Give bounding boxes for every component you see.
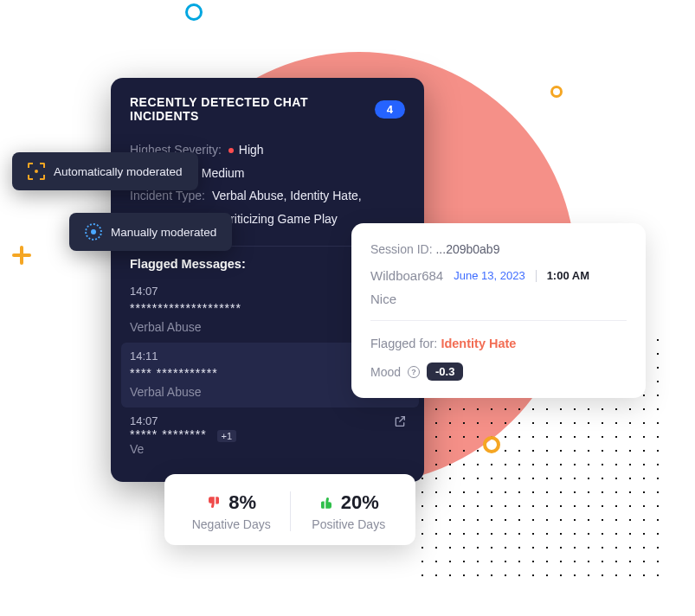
incident-type-value: Verbal Abuse, Identity Hate, bbox=[212, 184, 362, 208]
flagged-for-reason: Identity Hate bbox=[441, 337, 516, 350]
flagged-for-label: Flagged for: bbox=[370, 337, 437, 350]
plus-icon bbox=[12, 246, 31, 265]
incidents-title: RECENTLY DETECTED CHAT INCIDENTS bbox=[130, 95, 375, 123]
open-external-icon[interactable] bbox=[393, 414, 407, 428]
divider-vertical bbox=[536, 270, 537, 282]
incidents-header: RECENTLY DETECTED CHAT INCIDENTS 4 bbox=[111, 78, 424, 135]
positive-days-percent: 20% bbox=[341, 491, 379, 514]
chip-label: Automatically moderated bbox=[54, 165, 183, 178]
mood-row: Mood ? -0.3 bbox=[370, 363, 627, 381]
message-tag: Ve bbox=[130, 442, 403, 456]
chip-auto-moderated[interactable]: Automatically moderated bbox=[12, 152, 198, 190]
message-body: ***** ******** bbox=[130, 427, 207, 441]
more-count-badge: +1 bbox=[217, 430, 237, 442]
decorative-ring-blue bbox=[185, 3, 203, 21]
session-id-row: Session ID: ...209b0ab9 bbox=[370, 242, 627, 256]
incident-type-value-2: Criticizing Game Play bbox=[222, 208, 338, 231]
target-icon bbox=[85, 223, 102, 241]
negative-days-label: Negative Days bbox=[173, 517, 290, 531]
chip-label: Manually moderated bbox=[111, 226, 216, 239]
divider bbox=[370, 320, 627, 321]
mood-value-pill: -0.3 bbox=[427, 363, 463, 381]
incident-count-badge: 4 bbox=[375, 100, 405, 119]
session-id-label: Session ID: bbox=[370, 242, 433, 256]
help-icon[interactable]: ? bbox=[408, 366, 420, 378]
severity-dot-icon bbox=[228, 148, 234, 153]
session-user-row: Wildboar684 June 13, 2023 1:00 AM bbox=[370, 268, 627, 283]
session-id-value: ...209b0ab9 bbox=[435, 242, 499, 256]
days-stats-card: 8% Negative Days 20% Positive Days bbox=[164, 474, 415, 545]
flagged-message[interactable]: 14:07 ***** ******** +1 Ve bbox=[130, 407, 415, 464]
session-username: Wildboar684 bbox=[370, 268, 443, 283]
session-message: Nice bbox=[370, 292, 627, 306]
session-time: 1:00 AM bbox=[547, 269, 589, 282]
positive-days-label: Positive Days bbox=[291, 517, 408, 531]
thumbs-down-icon bbox=[206, 495, 222, 510]
negative-days-percent: 8% bbox=[228, 491, 256, 514]
thumbs-up-icon bbox=[319, 495, 334, 510]
severity-value: High bbox=[228, 138, 264, 162]
flagged-for-row: Flagged for: Identity Hate bbox=[370, 337, 627, 350]
session-card: Session ID: ...209b0ab9 Wildboar684 June… bbox=[351, 223, 646, 398]
scan-frame-icon bbox=[28, 163, 45, 180]
mood-label: Mood bbox=[370, 365, 401, 379]
negative-days-col: 8% Negative Days bbox=[173, 491, 290, 531]
message-time: 14:07 bbox=[130, 414, 403, 427]
decorative-ring-gold bbox=[550, 86, 563, 98]
session-date: June 13, 2023 bbox=[454, 269, 524, 282]
decorative-ring-gold bbox=[483, 436, 500, 453]
confidence-value: Medium bbox=[202, 162, 245, 185]
positive-days-col: 20% Positive Days bbox=[291, 491, 408, 531]
chip-manual-moderated[interactable]: Manually moderated bbox=[69, 213, 232, 251]
